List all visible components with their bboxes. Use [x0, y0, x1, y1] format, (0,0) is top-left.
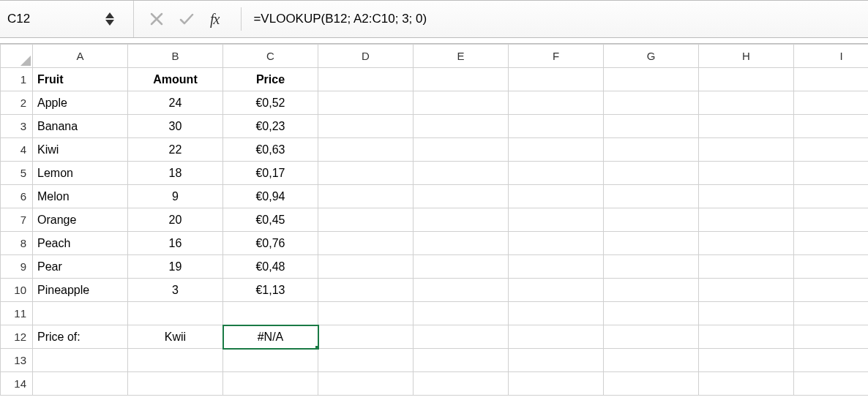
cell-F12[interactable] [509, 325, 604, 349]
cell-H10[interactable] [699, 279, 794, 302]
cell-C4[interactable]: €0,63 [223, 138, 318, 162]
cell-H7[interactable] [699, 208, 794, 232]
cell-A9[interactable]: Pear [33, 255, 128, 279]
cell-F6[interactable] [509, 185, 604, 208]
spreadsheet-grid[interactable]: A B C D E F G H I 1FruitAmountPrice2Appl… [0, 44, 868, 396]
row-header[interactable]: 4 [1, 138, 33, 162]
row-header[interactable]: 9 [1, 255, 33, 279]
cell-F3[interactable] [509, 115, 604, 138]
row-header[interactable]: 6 [1, 185, 33, 208]
cell-B5[interactable]: 18 [128, 162, 223, 185]
cell-E2[interactable] [414, 91, 509, 115]
cell-H8[interactable] [699, 232, 794, 255]
row-header[interactable]: 2 [1, 91, 33, 115]
cell-B9[interactable]: 19 [128, 255, 223, 279]
cell-A10[interactable]: Pineapple [33, 279, 128, 302]
cell-H11[interactable] [699, 302, 794, 325]
cell-A2[interactable]: Apple [33, 91, 128, 115]
cell-D8[interactable] [318, 232, 414, 255]
col-header[interactable]: F [509, 45, 604, 68]
cell-D3[interactable] [318, 115, 414, 138]
cell-A13[interactable] [33, 349, 128, 372]
select-all-corner[interactable] [1, 45, 33, 68]
cell-E12[interactable] [414, 325, 509, 349]
cell-I2[interactable] [794, 91, 869, 115]
cell-F5[interactable] [509, 162, 604, 185]
cell-F4[interactable] [509, 138, 604, 162]
cell-B7[interactable]: 20 [128, 208, 223, 232]
cell-G2[interactable] [604, 91, 699, 115]
cell-C2[interactable]: €0,52 [223, 91, 318, 115]
cell-A11[interactable] [33, 302, 128, 325]
cell-G10[interactable] [604, 279, 699, 302]
cell-H3[interactable] [699, 115, 794, 138]
name-box-stepper[interactable] [95, 1, 134, 37]
cancel-icon[interactable] [150, 12, 163, 26]
cell-E13[interactable] [414, 349, 509, 372]
formula-input[interactable]: =VLOOKUP(B12; A2:C10; 3; 0) [242, 1, 868, 37]
cell-A7[interactable]: Orange [33, 208, 128, 232]
cell-D7[interactable] [318, 208, 414, 232]
row-header[interactable]: 11 [1, 302, 33, 325]
cell-C5[interactable]: €0,17 [223, 162, 318, 185]
cell-H13[interactable] [699, 349, 794, 372]
cell-E3[interactable] [414, 115, 509, 138]
cell-C11[interactable] [223, 302, 318, 325]
row-header[interactable]: 10 [1, 279, 33, 302]
col-header[interactable]: D [318, 45, 414, 68]
cell-I8[interactable] [794, 232, 869, 255]
cell-F11[interactable] [509, 302, 604, 325]
cell-A12[interactable]: Price of: [33, 325, 128, 349]
row-header[interactable]: 13 [1, 349, 33, 372]
cell-B3[interactable]: 30 [128, 115, 223, 138]
cell-I1[interactable] [794, 68, 869, 91]
cell-A14[interactable] [33, 372, 128, 396]
cell-H12[interactable] [699, 325, 794, 349]
cell-D6[interactable] [318, 185, 414, 208]
row-header[interactable]: 8 [1, 232, 33, 255]
cell-H9[interactable] [699, 255, 794, 279]
cell-H5[interactable] [699, 162, 794, 185]
cell-I11[interactable] [794, 302, 869, 325]
cell-C6[interactable]: €0,94 [223, 185, 318, 208]
cell-A4[interactable]: Kiwi [33, 138, 128, 162]
cell-E6[interactable] [414, 185, 509, 208]
cell-C12[interactable]: #N/A [223, 325, 318, 349]
cell-A6[interactable]: Melon [33, 185, 128, 208]
cell-B13[interactable] [128, 349, 223, 372]
cell-F10[interactable] [509, 279, 604, 302]
cell-A1[interactable]: Fruit [33, 68, 128, 91]
cell-B12[interactable]: Kwii [128, 325, 223, 349]
cell-H4[interactable] [699, 138, 794, 162]
cell-B11[interactable] [128, 302, 223, 325]
cell-D14[interactable] [318, 372, 414, 396]
cell-C10[interactable]: €1,13 [223, 279, 318, 302]
col-header[interactable]: A [33, 45, 128, 68]
cell-I12[interactable] [794, 325, 869, 349]
cell-F13[interactable] [509, 349, 604, 372]
col-header[interactable]: I [794, 45, 869, 68]
col-header[interactable]: C [223, 45, 318, 68]
cell-I4[interactable] [794, 138, 869, 162]
cell-G11[interactable] [604, 302, 699, 325]
cell-E7[interactable] [414, 208, 509, 232]
cell-I7[interactable] [794, 208, 869, 232]
row-header[interactable]: 7 [1, 208, 33, 232]
cell-D2[interactable] [318, 91, 414, 115]
cell-C14[interactable] [223, 372, 318, 396]
cell-G9[interactable] [604, 255, 699, 279]
row-header[interactable]: 1 [1, 68, 33, 91]
cell-B14[interactable] [128, 372, 223, 396]
cell-C9[interactable]: €0,48 [223, 255, 318, 279]
cell-G5[interactable] [604, 162, 699, 185]
col-header[interactable]: E [414, 45, 509, 68]
cell-C7[interactable]: €0,45 [223, 208, 318, 232]
cell-C3[interactable]: €0,23 [223, 115, 318, 138]
cell-G7[interactable] [604, 208, 699, 232]
name-box[interactable]: C12 [7, 1, 95, 37]
cell-C1[interactable]: Price [223, 68, 318, 91]
cell-G13[interactable] [604, 349, 699, 372]
cell-H14[interactable] [699, 372, 794, 396]
cell-B4[interactable]: 22 [128, 138, 223, 162]
cell-B10[interactable]: 3 [128, 279, 223, 302]
